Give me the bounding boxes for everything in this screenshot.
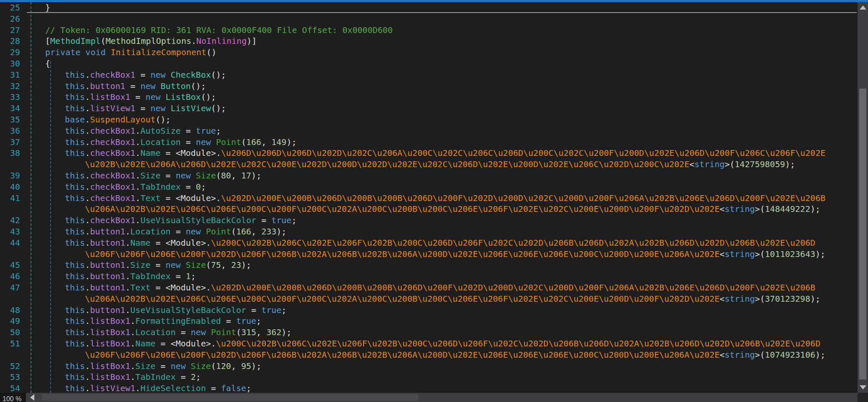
code-token: >( [755, 294, 765, 304]
code-token: checkBox1 [90, 137, 135, 147]
line-number [0, 159, 27, 170]
code-token: . [85, 305, 90, 315]
code-token: . [85, 137, 90, 147]
horizontal-scrollbar[interactable] [26, 393, 858, 402]
code-token: . [85, 182, 90, 192]
zoom-level-control[interactable]: 100 % [0, 393, 26, 402]
code-token: ( [236, 327, 241, 337]
code-token: )] [247, 36, 257, 46]
code-token [201, 226, 206, 237]
code-token: . [136, 170, 141, 181]
code-token: this [65, 361, 85, 371]
code-line: 43this.button1.Location = new Point(166,… [0, 226, 858, 237]
code-token: (); [201, 92, 216, 102]
code-token: \u206F\u206F\u206E\u200F\u202D\u206F\u20… [85, 350, 719, 360]
code-token: Size [136, 361, 156, 371]
code-token: 233 [261, 226, 277, 237]
code-token: ); [815, 350, 825, 360]
code-token: . [131, 316, 136, 326]
code-token: this [65, 372, 85, 382]
code-token: this [65, 338, 85, 349]
vertical-scrollbar[interactable] [858, 2, 868, 393]
scroll-down-arrow-icon[interactable] [860, 385, 866, 389]
code-token: Text [141, 193, 161, 203]
line-number: 39 [0, 170, 27, 181]
vertical-scrollbar-thumb[interactable] [859, 89, 866, 379]
code-token: . [85, 193, 90, 203]
code-token: . [125, 260, 131, 270]
code-token: private [45, 47, 80, 57]
code-token: checkBox1 [90, 148, 135, 158]
code-line: 25} [0, 2, 858, 13]
scroll-up-arrow-icon[interactable] [860, 5, 866, 10]
line-number: 49 [0, 315, 27, 327]
code-token: true [261, 305, 282, 315]
code-text: this.checkBox1.Text = <Module>.\u202D\u2… [27, 193, 858, 204]
code-token: Name [136, 338, 156, 349]
code-token: = [221, 316, 236, 326]
code-token: 362 [266, 327, 282, 337]
code-token: ListBox [166, 92, 201, 102]
line-number: 50 [0, 327, 27, 338]
code-token: Text [131, 282, 151, 293]
code-token: = [151, 238, 166, 248]
code-token: InitializeComponent [111, 47, 207, 57]
code-token: < [719, 249, 725, 259]
code-token: new [151, 70, 166, 80]
code-token: <Module>. [171, 338, 216, 349]
code-token: . [85, 316, 90, 326]
code-token: listBox1 [90, 361, 130, 371]
code-token: listBox1 [90, 92, 130, 102]
line-number: 54 [0, 383, 27, 393]
code-text: { [27, 58, 858, 69]
code-token: \u202D\u200E\u200B\u206D\u200B\u200B\u20… [221, 193, 825, 203]
code-token: . [85, 383, 90, 393]
code-token: this [65, 182, 85, 192]
code-token: . [85, 148, 90, 158]
code-line: 42this.checkBox1.UseVisualStyleBackColor… [0, 215, 858, 226]
code-token: = [131, 92, 146, 102]
code-token: = [181, 182, 196, 192]
code-token: , [231, 361, 241, 371]
code-token: 166 [236, 226, 251, 237]
code-token: new [176, 170, 191, 181]
code-token: checkBox1 [90, 70, 135, 80]
code-token: button1 [90, 238, 125, 248]
code-token: } [45, 3, 50, 13]
code-token: 1074923106 [765, 350, 815, 360]
indent-guide-inner [50, 61, 51, 393]
code-token: ; [201, 182, 206, 192]
code-text: this.listBox1.FormattingEnabled = true; [27, 315, 858, 327]
code-token: this [65, 137, 85, 147]
line-number: 47 [0, 282, 27, 293]
code-token: . [85, 170, 90, 181]
code-token: ; [246, 383, 251, 393]
code-token: 166 [246, 137, 261, 147]
code-line: 34this.listView1 = new ListView(); [0, 103, 858, 114]
code-token: ); [241, 260, 251, 270]
code-token: FormattingEnabled [136, 316, 221, 326]
code-token: . [191, 36, 196, 46]
code-token: ( [216, 170, 221, 181]
code-text: this.listBox1.Location = new Point(315, … [27, 327, 858, 338]
horizontal-scrollbar-thumb[interactable] [42, 394, 418, 401]
code-token: new [186, 226, 201, 237]
code-line: \u206A\u202B\u202E\u206C\u206E\u200C\u20… [0, 293, 858, 305]
code-text: // Token: 0x06000169 RID: 361 RVA: 0x000… [27, 25, 858, 36]
code-token: 1011023643 [765, 249, 815, 259]
code-token: ); [785, 159, 795, 169]
code-token: new [191, 327, 206, 337]
code-token: >( [755, 350, 765, 360]
code-text: } [27, 2, 858, 13]
code-token: Location [136, 327, 176, 337]
code-token: string [694, 159, 725, 169]
code-token: . [125, 282, 131, 293]
code-token: \u200C\u202B\u206C\u202E\u206F\u202B\u20… [211, 238, 815, 248]
code-line: 39this.checkBox1.Size = new Size(80, 17)… [0, 170, 858, 181]
scroll-left-arrow-icon[interactable] [30, 394, 34, 401]
code-token: Button [161, 81, 191, 91]
code-token: this [65, 327, 85, 337]
code-token: TabIndex [141, 182, 181, 192]
code-token: 95 [241, 361, 251, 371]
code-editor[interactable]: 25}2627// Token: 0x06000169 RID: 361 RVA… [0, 2, 858, 393]
